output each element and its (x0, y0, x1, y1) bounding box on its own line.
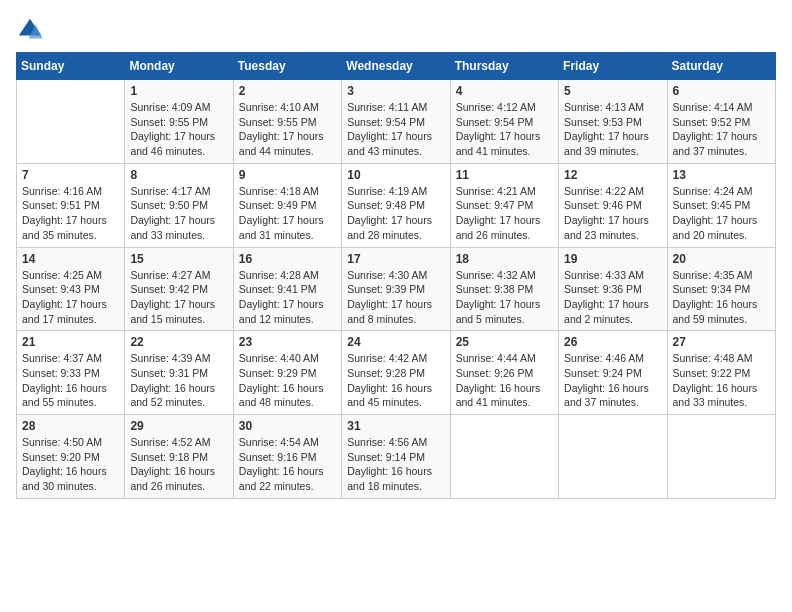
day-info: Sunrise: 4:35 AMSunset: 9:34 PMDaylight:… (673, 268, 770, 327)
day-info: Sunrise: 4:09 AMSunset: 9:55 PMDaylight:… (130, 100, 227, 159)
page-header (16, 16, 776, 44)
day-number: 15 (130, 252, 227, 266)
calendar-cell: 14Sunrise: 4:25 AMSunset: 9:43 PMDayligh… (17, 247, 125, 331)
calendar-week-5: 28Sunrise: 4:50 AMSunset: 9:20 PMDayligh… (17, 415, 776, 499)
calendar-cell: 2Sunrise: 4:10 AMSunset: 9:55 PMDaylight… (233, 80, 341, 164)
day-info: Sunrise: 4:27 AMSunset: 9:42 PMDaylight:… (130, 268, 227, 327)
calendar-cell: 12Sunrise: 4:22 AMSunset: 9:46 PMDayligh… (559, 163, 667, 247)
calendar-cell: 1Sunrise: 4:09 AMSunset: 9:55 PMDaylight… (125, 80, 233, 164)
day-info: Sunrise: 4:16 AMSunset: 9:51 PMDaylight:… (22, 184, 119, 243)
calendar-cell: 25Sunrise: 4:44 AMSunset: 9:26 PMDayligh… (450, 331, 558, 415)
calendar-cell: 22Sunrise: 4:39 AMSunset: 9:31 PMDayligh… (125, 331, 233, 415)
day-number: 8 (130, 168, 227, 182)
day-number: 7 (22, 168, 119, 182)
day-info: Sunrise: 4:50 AMSunset: 9:20 PMDaylight:… (22, 435, 119, 494)
day-info: Sunrise: 4:10 AMSunset: 9:55 PMDaylight:… (239, 100, 336, 159)
calendar-cell: 27Sunrise: 4:48 AMSunset: 9:22 PMDayligh… (667, 331, 775, 415)
day-number: 5 (564, 84, 661, 98)
day-number: 23 (239, 335, 336, 349)
calendar-cell: 16Sunrise: 4:28 AMSunset: 9:41 PMDayligh… (233, 247, 341, 331)
day-info: Sunrise: 4:37 AMSunset: 9:33 PMDaylight:… (22, 351, 119, 410)
day-info: Sunrise: 4:12 AMSunset: 9:54 PMDaylight:… (456, 100, 553, 159)
calendar-week-2: 7Sunrise: 4:16 AMSunset: 9:51 PMDaylight… (17, 163, 776, 247)
day-header-wednesday: Wednesday (342, 53, 450, 80)
calendar-header-row: SundayMondayTuesdayWednesdayThursdayFrid… (17, 53, 776, 80)
calendar-cell: 7Sunrise: 4:16 AMSunset: 9:51 PMDaylight… (17, 163, 125, 247)
day-info: Sunrise: 4:11 AMSunset: 9:54 PMDaylight:… (347, 100, 444, 159)
day-info: Sunrise: 4:19 AMSunset: 9:48 PMDaylight:… (347, 184, 444, 243)
calendar-cell (450, 415, 558, 499)
day-number: 17 (347, 252, 444, 266)
day-number: 30 (239, 419, 336, 433)
day-number: 3 (347, 84, 444, 98)
day-info: Sunrise: 4:39 AMSunset: 9:31 PMDaylight:… (130, 351, 227, 410)
calendar-cell: 18Sunrise: 4:32 AMSunset: 9:38 PMDayligh… (450, 247, 558, 331)
day-info: Sunrise: 4:32 AMSunset: 9:38 PMDaylight:… (456, 268, 553, 327)
logo (16, 16, 48, 44)
day-number: 19 (564, 252, 661, 266)
day-number: 2 (239, 84, 336, 98)
calendar-week-3: 14Sunrise: 4:25 AMSunset: 9:43 PMDayligh… (17, 247, 776, 331)
day-info: Sunrise: 4:42 AMSunset: 9:28 PMDaylight:… (347, 351, 444, 410)
day-number: 16 (239, 252, 336, 266)
day-number: 9 (239, 168, 336, 182)
calendar-cell: 21Sunrise: 4:37 AMSunset: 9:33 PMDayligh… (17, 331, 125, 415)
calendar-cell: 28Sunrise: 4:50 AMSunset: 9:20 PMDayligh… (17, 415, 125, 499)
day-header-thursday: Thursday (450, 53, 558, 80)
day-number: 1 (130, 84, 227, 98)
day-number: 12 (564, 168, 661, 182)
day-info: Sunrise: 4:44 AMSunset: 9:26 PMDaylight:… (456, 351, 553, 410)
day-info: Sunrise: 4:22 AMSunset: 9:46 PMDaylight:… (564, 184, 661, 243)
day-number: 27 (673, 335, 770, 349)
day-header-tuesday: Tuesday (233, 53, 341, 80)
day-header-saturday: Saturday (667, 53, 775, 80)
calendar-cell: 11Sunrise: 4:21 AMSunset: 9:47 PMDayligh… (450, 163, 558, 247)
day-number: 10 (347, 168, 444, 182)
calendar-cell: 3Sunrise: 4:11 AMSunset: 9:54 PMDaylight… (342, 80, 450, 164)
logo-icon (16, 16, 44, 44)
calendar-cell: 23Sunrise: 4:40 AMSunset: 9:29 PMDayligh… (233, 331, 341, 415)
day-number: 14 (22, 252, 119, 266)
day-number: 4 (456, 84, 553, 98)
day-info: Sunrise: 4:14 AMSunset: 9:52 PMDaylight:… (673, 100, 770, 159)
calendar-cell: 19Sunrise: 4:33 AMSunset: 9:36 PMDayligh… (559, 247, 667, 331)
calendar-cell: 8Sunrise: 4:17 AMSunset: 9:50 PMDaylight… (125, 163, 233, 247)
calendar-week-4: 21Sunrise: 4:37 AMSunset: 9:33 PMDayligh… (17, 331, 776, 415)
day-number: 6 (673, 84, 770, 98)
day-number: 28 (22, 419, 119, 433)
calendar-cell: 20Sunrise: 4:35 AMSunset: 9:34 PMDayligh… (667, 247, 775, 331)
calendar-cell: 31Sunrise: 4:56 AMSunset: 9:14 PMDayligh… (342, 415, 450, 499)
calendar-cell: 5Sunrise: 4:13 AMSunset: 9:53 PMDaylight… (559, 80, 667, 164)
day-number: 26 (564, 335, 661, 349)
calendar-cell (667, 415, 775, 499)
day-info: Sunrise: 4:56 AMSunset: 9:14 PMDaylight:… (347, 435, 444, 494)
day-info: Sunrise: 4:52 AMSunset: 9:18 PMDaylight:… (130, 435, 227, 494)
day-number: 25 (456, 335, 553, 349)
day-number: 21 (22, 335, 119, 349)
day-info: Sunrise: 4:33 AMSunset: 9:36 PMDaylight:… (564, 268, 661, 327)
day-header-friday: Friday (559, 53, 667, 80)
day-number: 29 (130, 419, 227, 433)
day-info: Sunrise: 4:40 AMSunset: 9:29 PMDaylight:… (239, 351, 336, 410)
calendar-table: SundayMondayTuesdayWednesdayThursdayFrid… (16, 52, 776, 499)
calendar-week-1: 1Sunrise: 4:09 AMSunset: 9:55 PMDaylight… (17, 80, 776, 164)
calendar-cell: 10Sunrise: 4:19 AMSunset: 9:48 PMDayligh… (342, 163, 450, 247)
day-info: Sunrise: 4:18 AMSunset: 9:49 PMDaylight:… (239, 184, 336, 243)
day-info: Sunrise: 4:48 AMSunset: 9:22 PMDaylight:… (673, 351, 770, 410)
day-info: Sunrise: 4:13 AMSunset: 9:53 PMDaylight:… (564, 100, 661, 159)
calendar-cell: 13Sunrise: 4:24 AMSunset: 9:45 PMDayligh… (667, 163, 775, 247)
calendar-cell (559, 415, 667, 499)
calendar-cell: 17Sunrise: 4:30 AMSunset: 9:39 PMDayligh… (342, 247, 450, 331)
calendar-cell: 9Sunrise: 4:18 AMSunset: 9:49 PMDaylight… (233, 163, 341, 247)
day-info: Sunrise: 4:17 AMSunset: 9:50 PMDaylight:… (130, 184, 227, 243)
calendar-cell: 29Sunrise: 4:52 AMSunset: 9:18 PMDayligh… (125, 415, 233, 499)
day-info: Sunrise: 4:30 AMSunset: 9:39 PMDaylight:… (347, 268, 444, 327)
day-number: 24 (347, 335, 444, 349)
day-info: Sunrise: 4:25 AMSunset: 9:43 PMDaylight:… (22, 268, 119, 327)
day-number: 22 (130, 335, 227, 349)
day-info: Sunrise: 4:21 AMSunset: 9:47 PMDaylight:… (456, 184, 553, 243)
day-info: Sunrise: 4:24 AMSunset: 9:45 PMDaylight:… (673, 184, 770, 243)
calendar-cell: 4Sunrise: 4:12 AMSunset: 9:54 PMDaylight… (450, 80, 558, 164)
day-number: 13 (673, 168, 770, 182)
day-number: 31 (347, 419, 444, 433)
